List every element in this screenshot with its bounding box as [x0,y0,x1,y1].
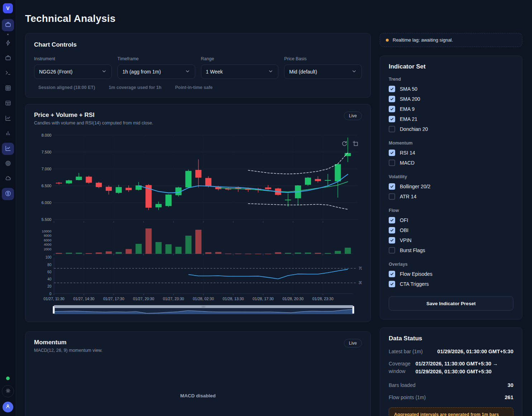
settings-button[interactable] [2,385,14,397]
navigator-track[interactable] [54,305,353,308]
indicator-label: Flow Episodes [400,271,432,277]
checkbox-unchecked-icon[interactable] [389,193,395,200]
checkbox-checked-icon[interactable] [389,106,395,112]
checkbox-checked-icon[interactable] [389,227,395,233]
chart-navigator[interactable] [54,305,353,315]
indicator-checkbox-sma-200[interactable]: SMA 200 [389,94,513,104]
volume-bar [66,253,72,254]
svg-text:5.500: 5.500 [42,217,52,222]
checkbox-unchecked-icon[interactable] [389,247,395,254]
aggregation-notice: Aggregated intervals are generated from … [389,407,513,416]
sidebar-item-target[interactable] [2,158,14,170]
indicator-label: Burst Flags [400,247,425,253]
field-timeframe: Timeframe 1h (agg from 1m) [118,56,195,79]
checkbox-unchecked-icon[interactable] [389,160,395,166]
checkbox-checked-icon[interactable] [389,150,395,156]
reset-zoom-icon[interactable] [341,140,348,148]
indicator-checkbox-rsi-14[interactable]: RSI 14 [389,148,513,158]
checkbox-checked-icon[interactable] [389,183,395,190]
range-select[interactable]: 1 Week [201,65,279,79]
volume-bar [235,254,241,254]
coverage-window-row: Coverage window 01/27/2026, 11:30:00 GMT… [389,360,513,376]
indicator-label: VPIN [400,237,412,243]
indicator-group-label-trend: Trend [389,77,513,82]
save-indicator-preset-button[interactable]: Save Indicator Preset [389,296,513,311]
controls-fields: Instrument NGG26 (Front) Timeframe 1h (a… [34,56,362,79]
checkbox-checked-icon[interactable] [389,96,395,102]
volume-bar [295,252,301,254]
chart-controls-title: Chart Controls [34,41,362,48]
chevron-down-icon [268,68,273,75]
checkbox-unchecked-icon[interactable] [389,126,395,132]
indicator-checkbox-ema-21[interactable]: EMA 21 [389,114,513,124]
volume-bar [145,228,152,254]
selection-zoom-icon[interactable] [352,140,359,148]
sidebar-item-line-chart[interactable] [2,113,14,125]
sidebar-item-table[interactable] [2,98,14,110]
candle [96,182,102,188]
indicator-checkbox-flow-episodes[interactable]: Flow Episodes [389,269,513,279]
svg-text:70: 70 [359,266,362,270]
checkbox-checked-icon[interactable] [389,281,395,287]
indicator-checkbox-bollinger-20-2[interactable]: Bollinger 20/2 [389,181,513,192]
indicator-checkbox-sma-50[interactable]: SMA 50 [389,84,513,94]
svg-text:7.000: 7.000 [42,167,52,171]
sidebar-item-cloud[interactable] [2,173,14,185]
sidebar-item-technical-analysis[interactable] [2,143,14,155]
navigator-handle-left[interactable] [53,306,55,314]
indicator-checkbox-vpin[interactable]: VPIN [389,235,513,245]
sidebar-item-signals[interactable] [2,37,14,49]
sidebar-item-workspace[interactable] [2,19,14,31]
svg-text:01/28, 23:30: 01/28, 23:30 [312,297,334,301]
user-avatar[interactable] [3,402,13,412]
checkbox-checked-icon[interactable] [389,86,395,92]
volume-bar [325,253,331,254]
sidebar-item-portfolio[interactable] [2,52,14,65]
indicator-checkbox-donchian-20[interactable]: Donchian 20 [389,124,513,134]
svg-text:01/28, 20:30: 01/28, 20:30 [282,297,303,301]
indicator-label: Donchian 20 [400,126,428,132]
checkbox-checked-icon[interactable] [389,271,395,277]
checkbox-checked-icon[interactable] [389,237,395,244]
volume-bar [126,249,132,254]
data-status-panel: Data Status Latest bar (1m) 01/29/2026, … [380,327,522,416]
sidebar-item-terminal[interactable] [2,67,14,80]
checkbox-checked-icon[interactable] [389,217,395,223]
realtime-lag-text: Realtime lag: awaiting signal. [393,37,453,43]
sidebar-item-bar-chart[interactable] [2,128,14,140]
checkbox-checked-icon[interactable] [389,116,395,122]
navigator-grip[interactable] [202,306,205,308]
indicator-checkbox-ema-9[interactable]: EMA 9 [389,104,513,114]
instrument-select[interactable]: NGG26 (Front) [34,65,112,79]
live-badge: Live [344,112,362,120]
sidebar-item-grid[interactable] [2,82,14,95]
svg-text:100: 100 [45,255,52,259]
volume-bar [116,252,122,254]
indicator-checkbox-cta-triggers[interactable]: CTA Triggers [389,279,513,289]
timeframe-select[interactable]: 1h (agg from 1m) [118,65,195,79]
indicator-checkbox-ofi[interactable]: OFI [389,215,513,225]
volume-bar [166,244,172,254]
navigator-minichart [54,308,353,314]
indicator-checkbox-burst-flags[interactable]: Burst Flags [389,245,513,255]
svg-text:0: 0 [49,292,52,296]
svg-text:6000: 6000 [44,238,51,242]
indicator-checkbox-macd[interactable]: MACD [389,158,513,168]
indicator-label: OFI [400,217,408,223]
navigator-handle-right[interactable] [352,306,354,314]
svg-text:7.500: 7.500 [42,150,52,154]
field-label: Price Basis [284,56,362,61]
app-logo[interactable]: V [3,3,13,13]
indicator-label: EMA 21 [400,116,417,122]
select-value: 1 Week [206,69,223,75]
price-basis-select[interactable]: Mid (default) [284,65,362,79]
target-icon [5,160,11,168]
indicator-checkbox-atr-14[interactable]: ATR 14 [389,192,513,202]
controls-status-row: Session aligned (18:00 ET) 1m coverage u… [34,85,362,90]
realtime-lag-alert: Realtime lag: awaiting signal. [380,33,522,47]
terminal-icon [5,70,11,78]
indicator-checkbox-obi[interactable]: OBI [389,225,513,235]
latest-bar-row: Latest bar (1m) 01/29/2026, 01:30:00 GMT… [389,349,513,354]
sidebar-item-pricing[interactable] [2,188,14,200]
page-title: Technical Analysis [25,13,371,24]
